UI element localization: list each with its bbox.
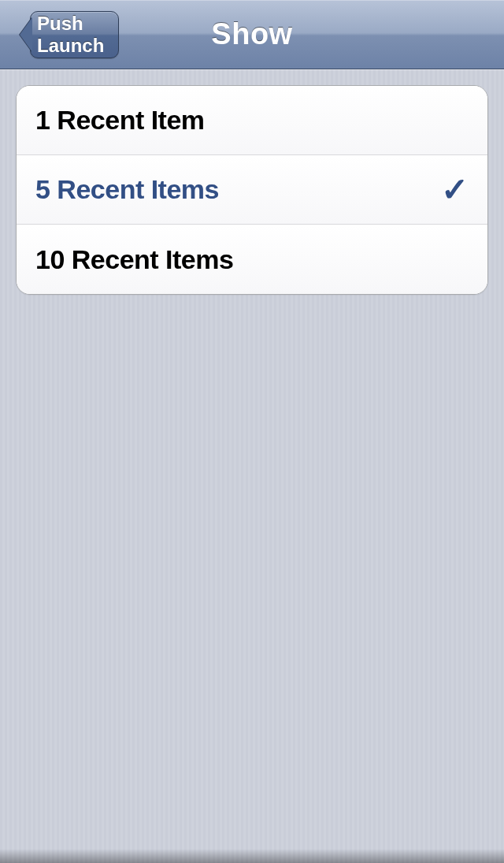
page-title: Show: [211, 17, 292, 51]
bottom-shadow: [0, 849, 504, 863]
navigation-bar: Push Launch Show: [0, 0, 504, 69]
divider: [0, 69, 504, 70]
options-table: 1 Recent Item 5 Recent Items ✓ 10 Recent…: [16, 85, 488, 295]
checkmark-icon: ✓: [441, 170, 469, 209]
option-row-10-recent[interactable]: 10 Recent Items: [17, 225, 487, 294]
option-row-5-recent[interactable]: 5 Recent Items ✓: [17, 155, 487, 225]
option-label: 1 Recent Item: [35, 105, 205, 136]
option-label: 5 Recent Items: [35, 174, 219, 205]
back-button-label: Push Launch: [37, 13, 104, 57]
content-area: 1 Recent Item 5 Recent Items ✓ 10 Recent…: [0, 69, 504, 311]
option-row-1-recent[interactable]: 1 Recent Item: [17, 86, 487, 155]
back-button[interactable]: Push Launch: [30, 11, 119, 58]
option-label: 10 Recent Items: [35, 244, 233, 275]
